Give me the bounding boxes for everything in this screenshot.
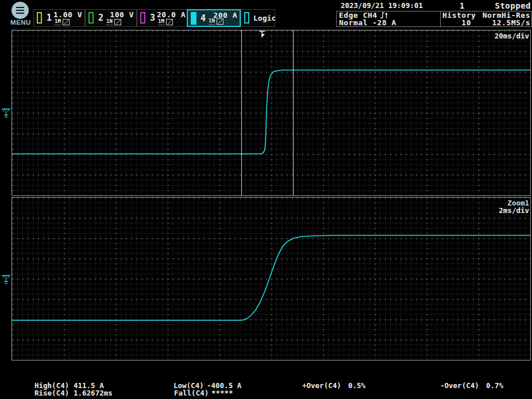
bandwidth-icon — [63, 19, 70, 25]
main-timebase-label: 20ms/div — [495, 32, 529, 40]
measure-fall-value: ***** — [211, 389, 233, 397]
run-state-badge: Stopped — [495, 1, 531, 10]
channel1-color-chip-icon — [37, 12, 42, 24]
channel2-impedance: 1N — [106, 18, 113, 25]
zoom-waveform-graticule — [11, 197, 531, 361]
menu-icon — [11, 2, 29, 19]
logic-label: Logic — [253, 14, 276, 22]
zoom-waveform-trace — [12, 197, 530, 360]
history-count: 10 — [442, 19, 471, 26]
measure-pover-label: +Over(C4) — [302, 381, 341, 390]
datetime-display: 2023/09/21 19:09:01 — [341, 1, 423, 10]
measure-nover-label: -Over(C4) — [440, 381, 479, 390]
channel3-number: 3 — [150, 13, 155, 23]
zoom-timebase-label: 2ms/div — [499, 206, 529, 215]
logic-color-chip-icon — [244, 12, 249, 24]
channel2-number: 2 — [98, 13, 103, 23]
bandwidth-icon — [114, 19, 121, 25]
hamburger-icon — [16, 7, 24, 14]
ch4-zoom-ground-level-marker-icon[interactable] — [1, 271, 11, 285]
ch4-trace-main — [12, 70, 530, 154]
logic-button[interactable]: Logic — [241, 9, 275, 27]
sample-rate: 12.5MS/s — [492, 19, 530, 26]
channel1-scale: 1.00 V — [53, 10, 82, 19]
trigger-level: -28 A — [372, 19, 396, 26]
main-waveform-trace — [12, 30, 530, 195]
acquisition-count: 1 — [460, 1, 465, 10]
channel2-scale: 100 V — [110, 10, 134, 19]
channel2-box[interactable]: 2 100 V 1N — [85, 9, 137, 27]
channel3-color-chip-icon — [140, 12, 145, 24]
measure-rise-value: 1.62672ms — [74, 389, 113, 397]
channel1-impedance: 1M — [55, 18, 61, 25]
bandwidth-icon — [217, 18, 223, 25]
channel1-number: 1 — [47, 13, 52, 23]
trigger-mode: Normal — [339, 19, 368, 26]
channel1-box[interactable]: 1 1.00 V 1M — [33, 9, 85, 27]
trigger-settings-box[interactable]: Edge CH4 Normal -28 A History NormHi-Res… — [336, 11, 532, 27]
ch4-ground-level-marker-icon[interactable] — [1, 104, 11, 119]
zoom-window-left-edge[interactable] — [241, 30, 242, 196]
ch4-trace-zoom — [12, 235, 530, 320]
channel4-color-chip-icon — [191, 12, 196, 25]
channel2-color-chip-icon — [88, 12, 94, 24]
channel3-box[interactable]: 3 20.0 A 1M — [137, 9, 188, 27]
menu-button[interactable]: MENU — [7, 1, 34, 28]
zoom-window-right-edge[interactable] — [293, 30, 294, 196]
main-waveform-graticule — [11, 30, 531, 196]
trigger-mode-line: Normal -28 A — [339, 19, 396, 26]
channel4-number: 4 — [201, 13, 206, 24]
bandwidth-icon — [166, 19, 173, 25]
trigger-position-marker-icon[interactable] — [259, 30, 265, 38]
oscilloscope-screen: MENU 1 1.00 V 1M 2 100 V 1N 3 20.0 A 1M … — [0, 0, 532, 399]
measure-rise-label: Rise(C4) — [34, 389, 69, 397]
channel4-box-selected[interactable]: 4 200 A 1N — [187, 9, 241, 27]
channel3-scale: 20.0 A — [157, 10, 186, 19]
measure-nover-value: 0.7% — [486, 381, 503, 390]
history-acquisition-box[interactable]: History NormHi-Res 10 12.5MS/s — [441, 11, 531, 26]
channel3-impedance: 1M — [158, 18, 164, 25]
channel4-impedance: 1N — [209, 18, 215, 25]
measure-pover-value: 0.5% — [348, 381, 365, 390]
measure-fall-label: Fall(C4) — [174, 389, 209, 397]
menu-label: MENU — [7, 19, 34, 26]
